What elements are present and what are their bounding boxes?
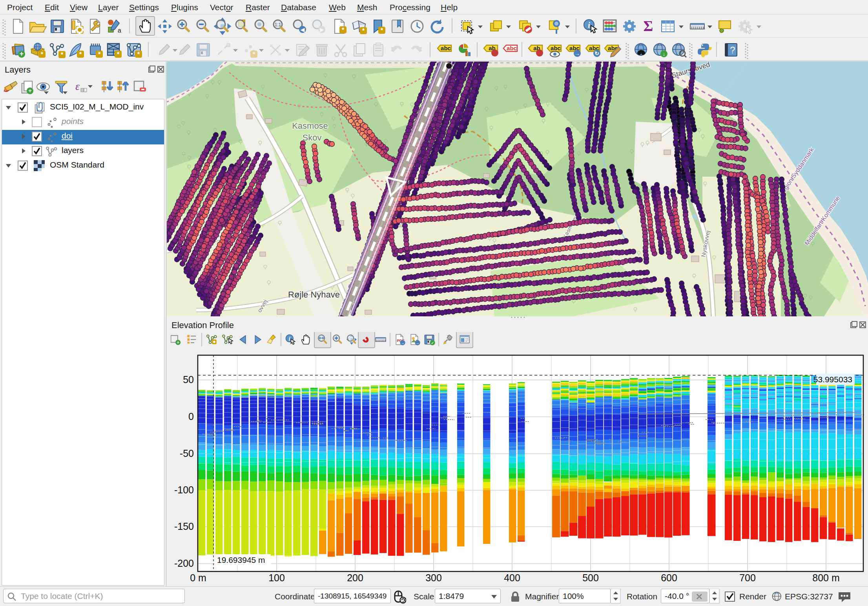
- svg-text:Skov: Skov: [303, 133, 322, 142]
- svg-text:*: *: [41, 51, 44, 58]
- svg-text:*: *: [362, 27, 365, 35]
- svg-text:600: 600: [661, 572, 677, 583]
- svg-text:53.995033: 53.995033: [813, 375, 852, 384]
- svg-text:↓: ↓: [663, 51, 666, 57]
- svg-text:*: *: [253, 51, 255, 58]
- svg-text:*: *: [342, 26, 345, 34]
- svg-text:abc: abc: [507, 45, 517, 51]
- svg-text:700: 700: [739, 572, 756, 583]
- svg-text:-50: -50: [180, 448, 194, 459]
- svg-text:?: ?: [730, 45, 735, 55]
- svg-text:i: i: [588, 21, 590, 29]
- svg-text:abc: abc: [551, 45, 561, 51]
- svg-text:*: *: [137, 51, 140, 58]
- svg-text:*: *: [117, 51, 120, 58]
- svg-text:-150: -150: [174, 521, 194, 532]
- svg-text:-100: -100: [174, 484, 194, 495]
- svg-text:Røjle Nyhave: Røjle Nyhave: [288, 290, 340, 299]
- svg-text:50: 50: [183, 374, 194, 385]
- svg-text:Kasmose: Kasmose: [292, 121, 328, 131]
- svg-text:→: →: [416, 341, 419, 345]
- svg-text:→: →: [574, 50, 580, 57]
- svg-text:i: i: [289, 336, 290, 342]
- svg-text:↻: ↻: [594, 50, 599, 57]
- svg-text:✓: ✓: [431, 341, 434, 345]
- svg-text:1:1: 1:1: [275, 22, 281, 27]
- svg-text:*: *: [381, 27, 383, 34]
- svg-text:0: 0: [188, 411, 194, 422]
- svg-text:◀: ◀: [300, 27, 305, 33]
- svg-text:400: 400: [504, 572, 520, 583]
- svg-text:▶: ▶: [319, 27, 324, 33]
- svg-text:a: a: [118, 27, 121, 34]
- svg-text:abc: abc: [441, 45, 451, 51]
- svg-text:*: *: [61, 51, 64, 58]
- svg-text:+: +: [177, 340, 179, 345]
- svg-text:300: 300: [425, 572, 442, 583]
- svg-text:200: 200: [347, 572, 363, 583]
- svg-text:Σ: Σ: [644, 18, 653, 34]
- svg-text:-200: -200: [174, 558, 194, 569]
- svg-text:800 m: 800 m: [812, 572, 839, 583]
- svg-text:*: *: [98, 51, 101, 58]
- svg-text:+: +: [28, 87, 32, 94]
- svg-text:ε: ε: [75, 80, 80, 92]
- svg-text:19.693945 m: 19.693945 m: [217, 555, 265, 564]
- svg-text:+: +: [20, 50, 24, 58]
- svg-text:→: →: [401, 341, 405, 345]
- svg-text:*: *: [79, 51, 82, 58]
- svg-text:0 m: 0 m: [190, 572, 206, 583]
- svg-text:100: 100: [268, 572, 285, 583]
- svg-text:500: 500: [582, 572, 599, 583]
